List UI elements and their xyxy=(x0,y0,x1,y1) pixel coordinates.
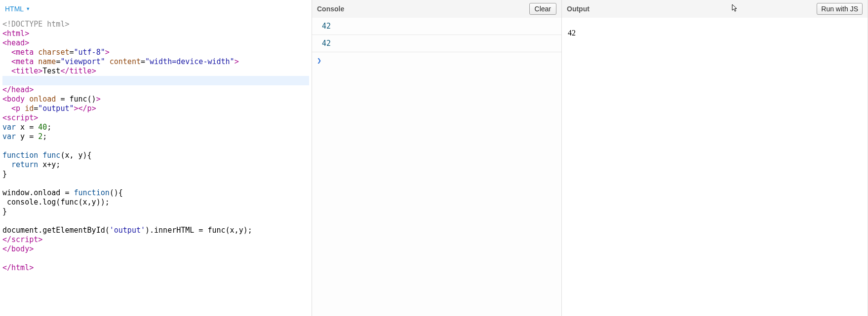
language-label: HTML xyxy=(5,5,24,13)
code-line[interactable]: <meta name="viewport" content="width=dev… xyxy=(2,57,309,67)
console-body[interactable]: 4242❯ xyxy=(312,18,561,316)
code-line[interactable]: </body> xyxy=(2,245,309,254)
console-panel: Console Clear 4242❯ xyxy=(312,0,562,316)
code-line[interactable]: <head> xyxy=(2,38,309,48)
code-line[interactable]: document.getElementById('output').innerH… xyxy=(2,226,309,235)
editor-panel: HTML ▼ <!DOCTYPE html><html><head> <meta… xyxy=(0,0,312,316)
run-with-js-button[interactable]: Run with JS xyxy=(817,3,863,15)
code-line[interactable]: <meta charset="utf-8"> xyxy=(2,48,309,57)
code-line[interactable]: var x = 40; xyxy=(2,123,309,132)
code-line[interactable] xyxy=(2,179,309,188)
code-line[interactable]: </script> xyxy=(2,235,309,245)
console-prompt[interactable]: ❯ xyxy=(312,52,561,69)
code-editor[interactable]: <!DOCTYPE html><html><head> <meta charse… xyxy=(0,18,312,316)
output-header: Output Run with JS xyxy=(562,0,868,18)
chevron-down-icon: ▼ xyxy=(26,6,30,11)
output-body: 42 xyxy=(562,18,868,316)
code-line[interactable]: function func(x, y){ xyxy=(2,151,309,160)
output-panel: Output Run with JS 42 xyxy=(562,0,868,316)
language-selector[interactable]: HTML ▼ xyxy=(5,5,30,13)
code-line[interactable] xyxy=(2,76,309,85)
code-line[interactable]: var y = 2; xyxy=(2,132,309,141)
editor-header: HTML ▼ xyxy=(0,0,312,18)
code-line[interactable]: } xyxy=(2,170,309,179)
clear-button[interactable]: Clear xyxy=(529,3,556,15)
output-title: Output xyxy=(567,5,590,13)
code-line[interactable]: <title>Test</title> xyxy=(2,67,309,76)
code-line[interactable]: return x+y; xyxy=(2,160,309,170)
code-line[interactable]: </head> xyxy=(2,85,309,95)
code-line[interactable]: window.onload = function(){ xyxy=(2,188,309,198)
code-line[interactable]: <!DOCTYPE html> xyxy=(2,20,309,29)
code-line[interactable] xyxy=(2,254,309,263)
code-line[interactable]: } xyxy=(2,207,309,216)
code-line[interactable]: <html> xyxy=(2,29,309,38)
console-title: Console xyxy=(317,5,344,13)
code-line[interactable] xyxy=(2,141,309,151)
code-line[interactable]: <script> xyxy=(2,113,309,123)
console-log-entry: 42 xyxy=(312,35,561,52)
console-log-entry: 42 xyxy=(312,18,561,35)
console-header: Console Clear xyxy=(312,0,561,18)
code-line[interactable]: </html> xyxy=(2,263,309,273)
output-text: 42 xyxy=(568,29,576,37)
code-line[interactable] xyxy=(2,216,309,226)
code-line[interactable]: console.log(func(x,y)); xyxy=(2,198,309,207)
code-line[interactable]: <body onload = func()> xyxy=(2,95,309,104)
code-line[interactable]: <p id="output"></p> xyxy=(2,104,309,113)
